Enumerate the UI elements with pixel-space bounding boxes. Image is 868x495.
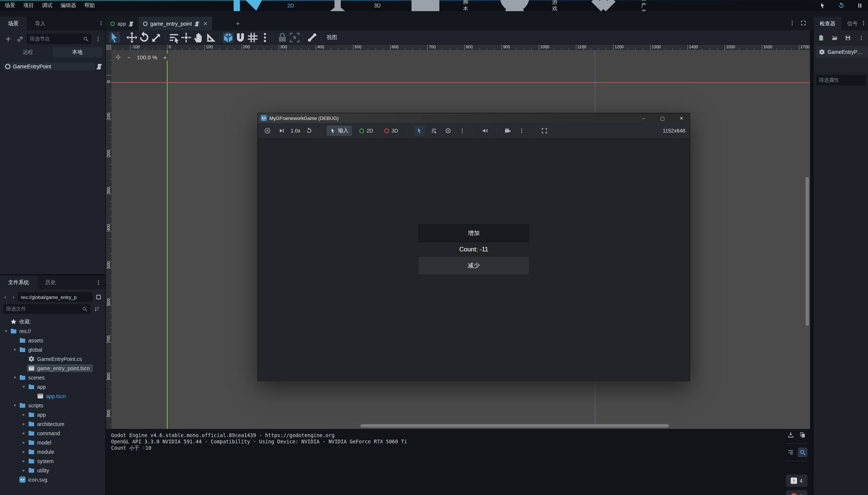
snap-toggle[interactable] — [223, 32, 234, 43]
new-resource-icon[interactable] — [816, 33, 826, 43]
fs-item-utility[interactable]: utility — [1, 466, 105, 475]
fs-item-gameentrypoint-cs[interactable]: GameEntryPoint.cs — [1, 354, 105, 364]
copy-log-icon[interactable] — [798, 430, 807, 440]
pick-node-list-tool[interactable] — [429, 126, 439, 136]
lock-node-button[interactable] — [277, 32, 288, 43]
dock-tab-filesystem[interactable]: 文件系统 — [0, 276, 37, 289]
menu-editor[interactable]: 编辑器 — [56, 0, 80, 11]
chevron-icon[interactable] — [21, 459, 27, 463]
move-tool[interactable] — [126, 32, 137, 43]
errors-count-badge[interactable]: ! 0 — [786, 490, 807, 495]
grid-snap-toggle[interactable] — [247, 32, 258, 43]
scene-source-local[interactable]: 本地 — [53, 47, 103, 58]
inspector-dock-menu-icon[interactable] — [858, 18, 868, 28]
scene-source-remote[interactable]: 远程 — [3, 47, 53, 58]
distraction-free-icon[interactable] — [798, 18, 809, 28]
filter-properties-input[interactable]: 筛选属性 — [816, 75, 866, 85]
smart-snap-options[interactable] — [235, 32, 246, 43]
fs-item-system[interactable]: system — [1, 456, 105, 466]
horizontal-scrollbar-thumb[interactable] — [360, 424, 669, 427]
dock-tab-history[interactable]: 历史 — [37, 276, 64, 289]
fs-item-scenes[interactable]: scenes — [1, 373, 105, 382]
restart-scene-icon[interactable] — [836, 0, 846, 11]
suspend-game-icon[interactable] — [262, 126, 273, 136]
debug-3d-toggle[interactable]: 3D — [380, 126, 402, 136]
fs-item-icon-svg[interactable]: icon.svg — [1, 475, 105, 484]
add-node-icon[interactable] — [3, 34, 13, 44]
scene-dock-menu-icon[interactable] — [96, 18, 106, 28]
group-node-button[interactable] — [289, 32, 300, 43]
chevron-icon[interactable] — [12, 375, 18, 380]
pause-scene-icon[interactable] — [855, 0, 865, 11]
snap-options-menu[interactable] — [259, 32, 271, 43]
fs-item-game-entry-point-tscn[interactable]: game_entry_point.tscn — [1, 364, 105, 373]
zoom-in-button[interactable]: + — [161, 53, 169, 61]
history-back-icon[interactable]: ‹ — [1, 292, 9, 302]
vertical-scrollbar-thumb[interactable] — [806, 177, 809, 326]
decrease-button[interactable]: 减少 — [418, 257, 529, 274]
center-view-icon[interactable] — [115, 54, 121, 60]
zoom-out-button[interactable]: − — [125, 53, 133, 61]
fs-item-assets[interactable]: assets — [1, 336, 105, 345]
fs-item-scripts-app[interactable]: app — [1, 410, 105, 419]
menu-debug[interactable]: 调试 — [38, 0, 56, 11]
increase-button[interactable]: 增加 — [418, 224, 529, 242]
fs-item-favorites[interactable]: 收藏: — [1, 317, 105, 326]
pick-node-select-tool[interactable] — [414, 125, 425, 136]
rotate-tool[interactable] — [139, 32, 150, 43]
scene-tree-root-row[interactable]: GameEntryPoint — [4, 61, 102, 72]
dock-tab-import[interactable]: 导入 — [27, 17, 54, 30]
menu-project[interactable]: 项目 — [19, 0, 38, 11]
game-window-titlebar[interactable]: MyGFrameworkGame (DEBUG) – ▢ ✕ — [258, 113, 690, 123]
visibility-icon[interactable] — [443, 126, 453, 136]
time-scale-value[interactable]: 1.0x — [291, 128, 300, 134]
fs-item-res-root[interactable]: res:// — [1, 326, 105, 336]
debug-interaction-icon[interactable] — [817, 0, 828, 11]
reset-time-scale-icon[interactable] — [304, 126, 314, 136]
search-log-icon[interactable] — [798, 447, 807, 457]
embed-fullscreen-icon[interactable] — [539, 126, 550, 136]
chevron-icon[interactable] — [21, 412, 27, 417]
fs-item-global[interactable]: global — [1, 345, 105, 354]
zoom-percent[interactable]: 100.0 % — [137, 54, 157, 61]
fs-item-module[interactable]: module — [1, 447, 105, 456]
menu-help[interactable]: 帮助 — [80, 0, 99, 11]
sort-files-icon[interactable] — [92, 304, 102, 314]
instance-scene-icon[interactable] — [15, 34, 25, 44]
inspector-menu-icon[interactable] — [856, 33, 867, 43]
chevron-icon[interactable] — [21, 421, 27, 426]
camera-override-icon[interactable] — [502, 126, 513, 136]
edited-object-row[interactable]: GameEntryPoint.cs — [816, 46, 868, 58]
scene-tree-menu-icon[interactable] — [93, 34, 103, 44]
debug-2d-toggle[interactable]: 2D — [356, 126, 377, 136]
maximize-window-button[interactable]: ▢ — [654, 113, 671, 123]
current-path-field[interactable]: res://global/game_entry_p — [18, 292, 93, 302]
next-frame-icon[interactable] — [276, 126, 287, 136]
chevron-icon[interactable] — [21, 468, 27, 473]
fs-item-app-tscn[interactable]: app.tscn — [1, 391, 105, 401]
dock-tab-inspector[interactable]: 检查器 — [814, 17, 841, 30]
view-menu[interactable]: 视图 — [323, 34, 341, 41]
scene-tabs-menu-icon[interactable] — [787, 18, 797, 28]
scale-tool[interactable] — [151, 32, 162, 43]
fs-item-command[interactable]: command — [1, 429, 105, 438]
chevron-icon[interactable] — [12, 403, 18, 408]
chevron-icon[interactable] — [21, 384, 27, 389]
pick-options-menu-icon[interactable] — [457, 126, 467, 136]
attached-script-icon[interactable] — [96, 63, 102, 69]
filter-files-input[interactable]: 筛选文件 — [3, 304, 90, 314]
fs-item-scripts[interactable]: scripts — [1, 401, 105, 410]
pan-tool[interactable] — [193, 32, 204, 43]
history-forward-icon[interactable]: › — [10, 292, 17, 302]
close-window-button[interactable]: ✕ — [673, 113, 690, 123]
filter-nodes-input[interactable]: 筛选节点 — [27, 34, 91, 44]
collapse-duplicates-icon[interactable] — [786, 447, 796, 457]
list-select-tool[interactable] — [168, 32, 179, 43]
fs-item-scenes-app[interactable]: app — [1, 382, 105, 391]
menu-scene[interactable]: 场景 — [1, 0, 19, 11]
load-resource-icon[interactable] — [829, 33, 840, 43]
fs-item-architecture[interactable]: architecture — [1, 419, 105, 429]
dock-tab-scene[interactable]: 场景 — [0, 17, 27, 30]
select-tool[interactable] — [109, 32, 120, 43]
mute-audio-icon[interactable] — [480, 126, 490, 136]
